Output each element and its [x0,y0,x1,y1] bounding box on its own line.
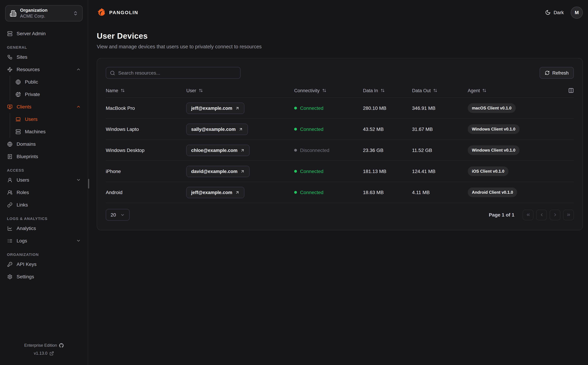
status-dot [294,149,297,152]
column-label: Name [106,88,118,93]
column-visibility-button[interactable] [568,88,574,93]
table-row: iPhone david@example.com Connected 181.1… [106,161,574,182]
sidebar: Organization ACME Corp. Server Admin GEN… [0,0,88,365]
sidebar-item-label: Roles [17,190,29,195]
sidebar-item-label: Private [25,91,40,97]
sidebar-item-server-admin[interactable]: Server Admin [0,27,88,40]
org-value: ACME Corp. [20,13,70,19]
sidebar-item-roles[interactable]: Roles [0,186,88,199]
brand[interactable]: PANGOLIN [97,8,138,17]
version-label: v1.13.0 [34,350,48,358]
sidebar-item-label: Sites [17,54,27,60]
data-out-value: 31.67 MB [412,126,468,132]
sidebar-item-public[interactable]: Public [10,76,88,88]
data-out-value: 346.91 MB [412,105,468,111]
page-size-select[interactable]: 20 [106,209,129,221]
sidebar-item-label: Clients [17,104,31,109]
sidebar-scrollbar-thumb[interactable] [88,179,89,189]
user-link-chip[interactable]: sally@example.com [186,123,248,135]
user-email: sally@example.com [191,126,236,132]
last-page-button[interactable] [563,210,574,220]
connectivity-status: Connected [294,168,363,174]
column-header-agent[interactable]: Agent [468,88,487,93]
sidebar-item-clients[interactable]: Clients [0,100,88,113]
agent-badge: iOS Client v0.1.0 [468,166,509,176]
resources-icon [7,67,13,72]
sidebar-item-blueprints[interactable]: Blueprints [0,150,88,163]
refresh-label: Refresh [552,70,569,76]
edition-row[interactable]: Enterprise Edition [0,342,88,350]
agent-badge: Windows Client v0.1.0 [468,145,520,155]
prev-page-button[interactable] [536,210,547,220]
monitor-up-icon [7,104,13,109]
page-title: User Devices [97,31,583,41]
column-header-data-out[interactable]: Data Out [412,88,468,93]
user-link-chip[interactable]: chloe@example.com [186,145,250,156]
first-page-button[interactable] [523,210,533,220]
org-text: Organization ACME Corp. [20,8,70,19]
link-icon [7,202,13,207]
user-link-chip[interactable]: david@example.com [186,166,250,177]
chart-line-icon [7,226,13,231]
search-input[interactable] [118,70,237,76]
sidebar-item-label: Server Admin [17,31,46,36]
data-in-value: 181.13 MB [363,168,412,174]
user-link-chip[interactable]: jeff@example.com [186,187,244,198]
sort-icon [380,88,385,92]
external-link-icon [50,351,54,356]
column-header-connectivity[interactable]: Connectivity [294,88,363,93]
sidebar-nav: Server Admin GENERAL Sites Resources Pub… [0,27,88,337]
sidebar-item-clients-users[interactable]: Users [10,113,88,125]
table-header: Name User Connectivity Data In Data Out [106,84,574,98]
section-label-access: ACCESS [0,168,88,172]
version-row[interactable]: v1.13.0 [0,350,88,358]
arrow-up-right-icon [235,190,240,195]
data-in-value: 280.10 MB [363,105,412,111]
sidebar-item-analytics[interactable]: Analytics [0,222,88,234]
theme-toggle-button[interactable]: Dark [545,10,564,15]
connectivity-status: Disconnected [294,147,363,153]
sidebar-item-sites[interactable]: Sites [0,51,88,63]
refresh-button[interactable]: Refresh [539,67,574,79]
topbar: PANGOLIN Dark M [97,0,583,19]
globe-icon [7,141,13,147]
card-footer: 20 Page 1 of 1 [106,209,574,221]
main-area: PANGOLIN Dark M User Devices View and ma… [88,0,588,365]
sort-icon [121,88,125,92]
column-label: Data Out [412,88,431,93]
status-label: Connected [300,105,323,111]
devices-card: Refresh Name User Connectivity Data In [97,58,583,230]
sidebar-item-resources[interactable]: Resources [0,63,88,76]
avatar-initial: M [575,10,579,15]
avatar[interactable]: M [571,6,583,19]
column-header-name[interactable]: Name [106,88,186,93]
sort-icon [482,88,487,92]
status-label: Connected [300,190,323,195]
brand-name: PANGOLIN [109,10,138,15]
column-label: Agent [468,88,480,93]
chevron-down-icon [76,238,81,243]
sidebar-item-settings[interactable]: Settings [0,270,88,283]
agent-badge: Android Client v0.1.0 [468,188,517,197]
column-header-user[interactable]: User [186,88,294,93]
page-info: Page 1 of 1 [489,212,514,218]
sidebar-item-access-users[interactable]: Users [0,174,88,186]
card-toolbar: Refresh [106,67,574,79]
columns-icon [568,88,574,93]
org-selector[interactable]: Organization ACME Corp. [5,5,83,21]
user-link-chip[interactable]: jeff@example.com [186,102,244,114]
column-header-data-in[interactable]: Data In [363,88,412,93]
sidebar-item-domains[interactable]: Domains [0,138,88,150]
sort-icon [199,88,203,92]
sidebar-item-label: Blueprints [17,154,38,159]
sidebar-item-api-keys[interactable]: API Keys [0,258,88,270]
sidebar-item-label: Settings [17,274,34,279]
sidebar-item-private[interactable]: Private [10,88,88,100]
chevrons-up-down-icon [73,11,78,16]
arrow-up-right-icon [238,127,243,131]
chevron-down-icon [76,177,81,182]
sidebar-item-links[interactable]: Links [0,199,88,211]
next-page-button[interactable] [550,210,560,220]
sidebar-item-logs[interactable]: Logs [0,234,88,247]
sidebar-item-machines[interactable]: Machines [10,125,88,138]
